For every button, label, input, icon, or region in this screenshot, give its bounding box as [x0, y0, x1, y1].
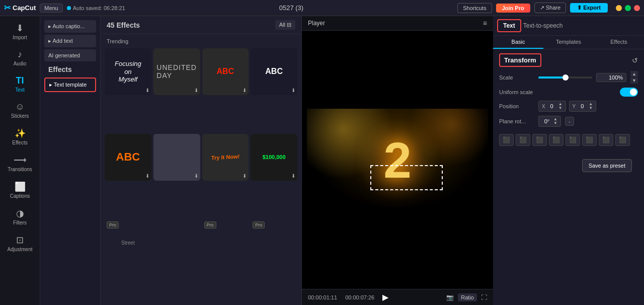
export-icon: ⬆: [577, 5, 582, 11]
download-icon-2: ⬇: [194, 88, 198, 93]
template-pro-2[interactable]: [153, 219, 200, 266]
uniform-scale-row: Uniform scale: [499, 88, 638, 97]
sidebar-item-transitions[interactable]: ⟶ Transitions: [0, 150, 40, 176]
template-abc-white[interactable]: ABC ⬇: [251, 48, 297, 95]
sidebar-label-filters: Filters: [13, 220, 27, 225]
x-down-arrow[interactable]: ▼: [558, 106, 562, 110]
y-down-arrow[interactable]: ▼: [589, 106, 593, 110]
download-icon: ⬇: [145, 88, 149, 93]
trending-label: Trending: [101, 34, 301, 46]
right-inner-tabs: Basic Templates Effects: [493, 36, 644, 49]
sidebar-label-adjustment: Adjustment: [7, 247, 32, 252]
pro-badge-1: Pro: [107, 221, 119, 228]
align-center-h[interactable]: ⬛: [516, 134, 530, 146]
align-bottom[interactable]: ⬛: [582, 134, 597, 146]
template-focusing[interactable]: FocusingonMyself ⬇: [105, 48, 151, 95]
play-button[interactable]: ▶: [382, 292, 388, 302]
rot-value[interactable]: 0°: [542, 118, 552, 124]
maximize-button[interactable]: [625, 5, 631, 11]
align-right[interactable]: ⬛: [532, 134, 547, 146]
template-abc-orange[interactable]: ABC ⬇: [105, 134, 151, 181]
scale-thumb[interactable]: [562, 74, 569, 81]
align-left[interactable]: ⬛: [499, 134, 514, 146]
align-dist-v[interactable]: ⬛: [615, 134, 630, 146]
x-value[interactable]: 0: [547, 103, 557, 109]
uniform-scale-toggle[interactable]: [620, 88, 638, 97]
menu-button[interactable]: Menu: [40, 4, 63, 13]
scale-down-arrow[interactable]: ▼: [630, 78, 638, 84]
sidebar-item-text[interactable]: TI Text: [0, 71, 40, 97]
tab-text[interactable]: Text: [497, 19, 521, 32]
template-text-graffiti: Try It Now!: [211, 154, 239, 161]
align-center-v[interactable]: ⬛: [566, 134, 580, 146]
left-panel: ▸ Auto captio... ▸ Add text AI generated…: [40, 16, 101, 305]
sidebar-item-audio[interactable]: ♪ Audio: [0, 45, 40, 70]
tab-basic[interactable]: Basic: [493, 36, 543, 49]
sidebar-item-effects[interactable]: ✨ Effects: [0, 124, 40, 149]
reset-button[interactable]: ↺: [632, 56, 638, 64]
share-button[interactable]: ↗ Share: [534, 3, 566, 13]
y-value[interactable]: 0: [577, 103, 587, 109]
player-video-area: 2: [307, 109, 488, 211]
shortcuts-button[interactable]: Shortcuts: [457, 3, 492, 13]
template-abc-red[interactable]: ABC ⬇: [202, 48, 249, 95]
template-text-dollar: $100,000: [263, 154, 286, 160]
download-icon-6: ⬇: [194, 173, 198, 179]
tab-effects-inner[interactable]: Effects: [594, 36, 644, 49]
template-text-abc-white: ABC: [265, 67, 283, 76]
sidebar-label-import: Import: [13, 35, 27, 40]
import-icon: ⬇: [16, 23, 24, 34]
pro-badge-4: Pro: [253, 221, 265, 228]
fullscreen-button[interactable]: ⛶: [481, 293, 487, 301]
align-top[interactable]: ⬛: [549, 134, 564, 146]
time-current: 00:00:01:11: [308, 294, 337, 300]
ai-generated-button[interactable]: AI generated: [44, 49, 96, 61]
save-preset-button[interactable]: Save as preset: [582, 159, 632, 172]
text-template-button[interactable]: ▸ Text template: [44, 78, 96, 92]
autosave-dot: [67, 6, 71, 10]
add-text-button[interactable]: ▸ Add text: [44, 35, 96, 47]
sidebar-item-adjustment[interactable]: ⊡ Adjustment: [0, 231, 40, 256]
app-name: CapCut: [13, 4, 36, 12]
sidebar-item-import[interactable]: ⬇ Import: [0, 19, 40, 44]
scale-slider[interactable]: [538, 77, 592, 79]
player-menu-icon[interactable]: ≡: [483, 19, 487, 27]
ratio-button[interactable]: Ratio: [458, 293, 477, 301]
project-title: 0527 (3): [129, 4, 453, 12]
auto-caption-button[interactable]: ▸ Auto captio...: [44, 20, 96, 33]
template-pro-3[interactable]: Pro: [202, 219, 249, 266]
tab-templates[interactable]: Templates: [543, 36, 594, 49]
template-grey[interactable]: ⬇: [153, 134, 200, 181]
sidebar-item-stickers[interactable]: ☺ Stickers: [0, 98, 40, 123]
toggle-knob: [630, 89, 637, 96]
rot-down-arrow[interactable]: ▼: [553, 121, 557, 125]
effects-label: Effects: [44, 63, 96, 75]
sidebar-item-filters[interactable]: ◑ Filters: [0, 204, 40, 230]
close-button[interactable]: [634, 5, 640, 11]
minus-button[interactable]: -: [565, 117, 574, 126]
joinpro-button[interactable]: Join Pro: [496, 4, 530, 13]
audio-icon: ♪: [18, 49, 22, 60]
download-icon-8: ⬇: [291, 173, 295, 179]
uniform-scale-label: Uniform scale: [499, 89, 534, 95]
coord-x-pair: X 0 ▲ ▼: [538, 101, 566, 112]
sidebar-item-captions[interactable]: ⬜ Captions: [0, 177, 40, 203]
template-graffiti[interactable]: Try It Now! ⬇: [202, 134, 249, 181]
plane-rot-row: Plane rot... 0° ▲ ▼ -: [499, 116, 638, 127]
scale-value[interactable]: 100%: [596, 73, 626, 82]
template-dollar[interactable]: $100,000 ⬇: [251, 134, 297, 181]
section-title: Transform: [499, 53, 541, 67]
share-icon: ↗: [540, 5, 544, 11]
template-pro-1[interactable]: Pro Street: [105, 219, 151, 266]
template-pro-4[interactable]: Pro: [251, 219, 297, 266]
template-unedited[interactable]: UNEDITEDDAY ⬇: [153, 48, 200, 95]
export-button[interactable]: ⬆ Export: [570, 3, 608, 13]
minimize-button[interactable]: [616, 5, 622, 11]
camera-button[interactable]: 📷: [446, 293, 454, 301]
download-icon-5: ⬇: [145, 173, 149, 179]
scale-up-arrow[interactable]: ▲: [630, 71, 638, 77]
topbar-actions: Shortcuts Join Pro ↗ Share ⬆ Export: [457, 3, 640, 13]
align-dist-h[interactable]: ⬛: [599, 134, 613, 146]
tab-tts[interactable]: Text-to-speech: [523, 22, 563, 29]
all-filter-button[interactable]: All ⊟: [275, 20, 295, 30]
